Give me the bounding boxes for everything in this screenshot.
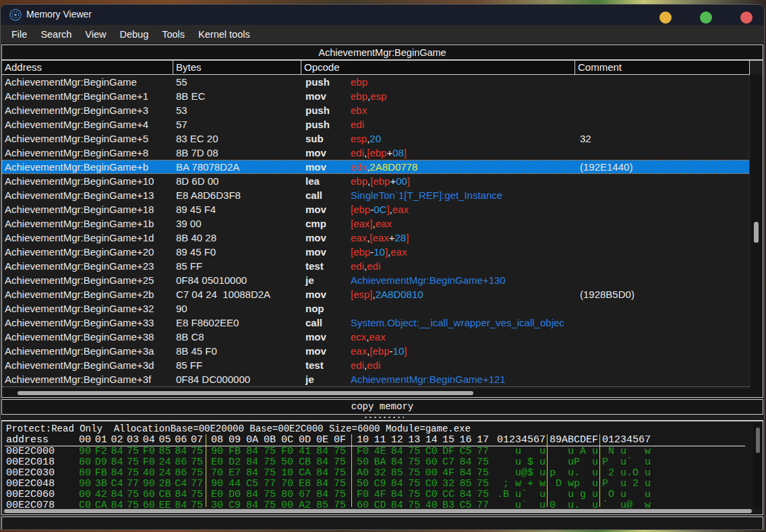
- disasm-row[interactable]: AchievementMgr:BeginGame+3f0F84 DC000000…: [2, 372, 752, 386]
- disasm-row[interactable]: AchievementMgr:BeginGame+583 EC 20subesp…: [2, 131, 752, 146]
- hex-row[interactable]: 00E2C01880D98475F0248675E0D2847550CB8475…: [5, 457, 745, 468]
- disasm-row[interactable]: AchievementMgr:BeginGame+3a8B 45 F0movea…: [2, 344, 752, 358]
- disasm-row[interactable]: AchievementMgr:BeginGame+1d8B 40 28movea…: [2, 231, 752, 245]
- ascii-group-separator: [599, 434, 600, 507]
- instruction-address: AchievementMgr:BeginGame+1b: [5, 216, 154, 231]
- disasm-row[interactable]: AchievementMgr:BeginGame+18B ECmovebp,es…: [2, 89, 752, 103]
- copy-memory-button[interactable]: copy memory: [1, 399, 763, 415]
- disasm-row[interactable]: AchievementMgr:BeginGame+2bC7 04 24 1008…: [2, 287, 752, 301]
- instruction-bytes: 89 45 F0: [176, 245, 216, 259]
- hex-row-address: 00E2C000: [6, 446, 55, 457]
- menu-tools[interactable]: Tools: [155, 29, 192, 40]
- instruction-bytes: 0F84 05010000: [176, 273, 247, 287]
- instruction-opcode: je: [305, 372, 314, 386]
- vertical-scrollbar-thumb[interactable]: [754, 222, 759, 243]
- hex-byte-group: 80D98475F0248675: [79, 457, 203, 468]
- disasm-row[interactable]: AchievementMgr:BeginGame+388B C8movecx,e…: [2, 330, 752, 344]
- hex-byte-group: 90F28475F0858475: [79, 446, 203, 457]
- hex-row[interactable]: 00E2C00090F28475F085847590FB8475F0418475…: [5, 446, 745, 457]
- menu-view[interactable]: View: [78, 29, 113, 40]
- instruction-comment: (1928B5D0): [580, 287, 635, 301]
- instruction-bytes: 90: [176, 301, 187, 316]
- disasm-row[interactable]: AchievementMgr:BeginGame55pushebp: [2, 75, 752, 89]
- hex-byte-group: E0D0847580678475: [211, 490, 346, 500]
- instruction-operands: [esp],2A8D0810: [351, 287, 423, 301]
- instruction-bytes: 89 45 F4: [176, 202, 216, 216]
- ascii-group: O u u: [602, 490, 651, 500]
- instruction-bytes: 39 00: [176, 216, 202, 231]
- instruction-opcode: test: [305, 259, 324, 273]
- instruction-address: AchievementMgr:BeginGame+3: [5, 103, 148, 117]
- hex-vertical-scrollbar-thumb[interactable]: [756, 427, 760, 453]
- disasm-row[interactable]: AchievementMgr:BeginGame+1889 45 F4mov[e…: [2, 202, 752, 216]
- instruction-opcode: mov: [305, 344, 326, 358]
- hex-byte-group: 0042847560CB8475: [79, 490, 203, 500]
- instruction-opcode: je: [305, 273, 314, 287]
- menu-debug[interactable]: Debug: [113, 29, 156, 40]
- disasm-row[interactable]: AchievementMgr:BeginGame+250F84 05010000…: [2, 273, 752, 287]
- maximize-button[interactable]: [700, 11, 712, 24]
- instruction-operands: edi,[ebp+08]: [351, 146, 407, 160]
- hex-group-separator: [351, 434, 352, 507]
- disasm-row[interactable]: AchievementMgr:BeginGame+33E8 F8602EE0ca…: [2, 316, 752, 330]
- ascii-group: u@$ u: [497, 468, 546, 479]
- hex-byte-group: 70E7847510CA8475: [211, 468, 346, 479]
- hex-horizontal-scrollbar[interactable]: [3, 508, 753, 514]
- hex-row[interactable]: 00E2C048903BC477902BC4779044C57770E88475…: [5, 479, 745, 490]
- instruction-address: AchievementMgr:BeginGame+10: [5, 174, 154, 188]
- hex-row[interactable]: 00E2C0600042847560CB8475E0D0847580678475…: [5, 490, 745, 500]
- minimize-button[interactable]: [659, 11, 672, 24]
- disasm-row[interactable]: AchievementMgr:BeginGame+3290nop: [2, 301, 752, 316]
- instruction-address: AchievementMgr:BeginGame+1: [5, 89, 148, 103]
- hex-row-address: 00E2C030: [6, 468, 55, 479]
- disasm-row[interactable]: AchievementMgr:BeginGame+457pushedi: [2, 117, 752, 131]
- splitter-grip-icon: [363, 416, 404, 419]
- horizontal-scrollbar-thumb[interactable]: [18, 391, 473, 395]
- instruction-address: AchievementMgr:BeginGame+4: [5, 117, 148, 131]
- instruction-operands: AchievementMgr:BeginGame+130: [351, 273, 506, 287]
- titlebar[interactable]: Memory Viewer: [1, 5, 764, 25]
- close-button[interactable]: [740, 11, 753, 24]
- instruction-operands: ebp,esp: [351, 89, 386, 103]
- instruction-operands: ebp: [351, 75, 367, 89]
- ascii-group: 2 u.O u: [602, 468, 651, 479]
- memory-viewer-window: Memory Viewer FileSearchViewDebugToolsKe…: [0, 4, 765, 530]
- instruction-operands: System.Object:__icall_wrapper_ves_icall_…: [351, 316, 564, 330]
- hex-byte-group: 80FB847540248675: [79, 468, 203, 479]
- disasm-row[interactable]: AchievementMgr:BeginGame+353pushebx: [2, 103, 752, 117]
- panel-splitter[interactable]: [1, 415, 764, 420]
- disasm-row[interactable]: AchievementMgr:BeginGame+1b39 00cmp[eax]…: [2, 216, 752, 231]
- instruction-bytes: C7 04 24 10088D2A: [176, 287, 270, 301]
- instruction-bytes: 8D 6D 00: [176, 174, 218, 188]
- hex-row[interactable]: 00E2C03080FB84754024867570E7847510CA8475…: [5, 468, 745, 479]
- instruction-operands: eax,[eax+28]: [351, 231, 409, 245]
- hex-horizontal-scrollbar-thumb[interactable]: [4, 509, 752, 513]
- instruction-operands: AchievementMgr:BeginGame+121: [351, 372, 506, 386]
- disasm-row[interactable]: AchievementMgr:BeginGame+2089 45 F0mov[e…: [2, 245, 752, 259]
- menu-kernel-tools[interactable]: Kernel tools: [192, 29, 257, 40]
- hex-vertical-scrollbar[interactable]: [754, 422, 762, 508]
- disasm-row[interactable]: AchievementMgr:BeginGame+88B 7D 08movedi…: [2, 146, 752, 160]
- instruction-bytes: E8 A8D6D3F8: [176, 188, 241, 202]
- disasm-row[interactable]: AchievementMgr:BeginGame+2385 FFtestedi,…: [2, 259, 752, 273]
- menu-search[interactable]: Search: [34, 29, 78, 40]
- hex-dump-rows: 00E2C00090F28475F085847590FB8475F0418475…: [5, 446, 745, 511]
- instruction-address: AchievementMgr:BeginGame+33: [5, 316, 154, 330]
- disasm-row[interactable]: AchievementMgr:BeginGame+13E8 A8D6D3F8ca…: [2, 188, 752, 202]
- instruction-address: AchievementMgr:BeginGame: [5, 75, 137, 89]
- disassembly-vertical-scrollbar[interactable]: [749, 75, 763, 389]
- window-title: Memory Viewer: [26, 9, 92, 20]
- disasm-row[interactable]: AchievementMgr:BeginGame+3d85 FFtestedi,…: [2, 358, 752, 372]
- disasm-row-selected[interactable]: AchievementMgr:BeginGame+bBA 78078D2Amov…: [2, 160, 752, 174]
- instruction-opcode: push: [305, 103, 330, 117]
- disassembly-horizontal-scrollbar[interactable]: [2, 389, 763, 397]
- menu-file[interactable]: File: [5, 29, 34, 40]
- hex-byte-group: E0D2847550CB8475: [211, 457, 346, 468]
- disasm-row[interactable]: AchievementMgr:BeginGame+108D 6D 00leaeb…: [2, 174, 752, 188]
- instruction-opcode: push: [305, 75, 330, 89]
- instruction-operands: [eax],eax: [351, 216, 392, 231]
- instruction-address: AchievementMgr:BeginGame+b: [5, 160, 148, 173]
- instruction-bytes: 55: [176, 75, 187, 89]
- instruction-opcode: test: [305, 358, 324, 372]
- instruction-address: AchievementMgr:BeginGame+1d: [5, 231, 154, 245]
